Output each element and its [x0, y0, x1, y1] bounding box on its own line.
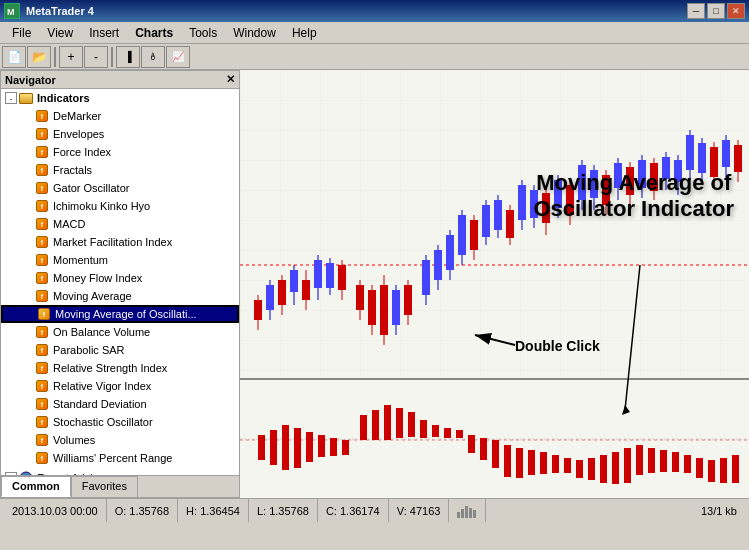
menu-file[interactable]: File — [4, 24, 39, 42]
chart-area[interactable]: Moving Average ofOscillator Indicator Do… — [240, 70, 749, 498]
svg-rect-98 — [372, 410, 379, 440]
svg-rect-113 — [552, 455, 559, 473]
indicator-icon: f — [35, 397, 49, 411]
svg-rect-44 — [482, 205, 490, 237]
item-label: On Balance Volume — [53, 326, 150, 338]
svg-rect-121 — [648, 448, 655, 473]
navigator-body[interactable]: - Indicators f DeMarker f Envelopes f Fo… — [1, 89, 239, 475]
list-item[interactable]: f Money Flow Index — [1, 269, 239, 287]
list-item[interactable]: f Williams' Percent Range — [1, 449, 239, 467]
list-item[interactable]: f Moving Average — [1, 287, 239, 305]
indicator-icon: f — [35, 109, 49, 123]
list-item[interactable]: f Relative Strength Index — [1, 359, 239, 377]
svg-rect-66 — [614, 163, 622, 188]
navigator-header: Navigator ✕ — [1, 71, 239, 89]
item-label: MACD — [53, 218, 85, 230]
window-controls[interactable]: ─ □ ✕ — [687, 3, 745, 19]
list-item[interactable]: f On Balance Volume — [1, 323, 239, 341]
close-button[interactable]: ✕ — [727, 3, 745, 19]
status-bar: 2013.10.03 00:00 O: 1.35768 H: 1.36454 L… — [0, 498, 749, 522]
status-datetime: 2013.10.03 00:00 — [4, 499, 107, 522]
svg-rect-16 — [302, 280, 310, 300]
svg-rect-110 — [516, 448, 523, 478]
price-chart-svg — [240, 70, 749, 378]
svg-rect-138 — [473, 510, 476, 518]
svg-rect-126 — [708, 460, 715, 482]
menu-view[interactable]: View — [39, 24, 81, 42]
list-item[interactable]: f Momentum — [1, 251, 239, 269]
item-label: Moving Average — [53, 290, 132, 302]
item-label: Parabolic SAR — [53, 344, 125, 356]
item-label: Standard Deviation — [53, 398, 147, 410]
app-icon: M — [4, 3, 20, 19]
svg-rect-60 — [578, 165, 586, 200]
item-label: Relative Strength Index — [53, 362, 167, 374]
moving-average-oscillator-item[interactable]: f Moving Average of Oscillati... — [1, 305, 239, 323]
item-label: Market Facilitation Index — [53, 236, 172, 248]
list-item[interactable]: f Envelopes — [1, 125, 239, 143]
svg-rect-114 — [564, 458, 571, 473]
status-volume: V: 47163 — [389, 499, 450, 522]
toolbar-open[interactable]: 📂 — [27, 46, 51, 68]
menu-tools[interactable]: Tools — [181, 24, 225, 42]
navigator-title: Navigator — [5, 74, 56, 86]
svg-rect-109 — [504, 445, 511, 477]
menu-window[interactable]: Window — [225, 24, 284, 42]
svg-rect-135 — [461, 509, 464, 518]
navigator-panel: Navigator ✕ - Indicators f DeMarker f En… — [0, 70, 240, 498]
oscillator-panel — [240, 378, 749, 498]
svg-rect-40 — [458, 215, 466, 255]
svg-rect-52 — [530, 190, 538, 218]
svg-rect-68 — [626, 167, 634, 195]
status-high: H: 1.36454 — [178, 499, 249, 522]
tab-favorites[interactable]: Favorites — [71, 476, 138, 497]
navigator-tabs: Common Favorites — [1, 475, 239, 497]
list-item[interactable]: f Parabolic SAR — [1, 341, 239, 359]
toolbar-line-chart[interactable]: 📈 — [166, 46, 190, 68]
menu-help[interactable]: Help — [284, 24, 325, 42]
list-item[interactable]: f Stochastic Oscillator — [1, 413, 239, 431]
svg-rect-96 — [342, 440, 349, 455]
svg-rect-95 — [330, 438, 337, 456]
status-chart-info: 13/1 kb — [693, 499, 745, 522]
toolbar-bar-chart[interactable]: ▐ — [116, 46, 140, 68]
title-bar: M MetaTrader 4 ─ □ ✕ — [0, 0, 749, 22]
list-item[interactable]: f Fractals — [1, 161, 239, 179]
svg-rect-74 — [662, 157, 670, 179]
minimize-button[interactable]: ─ — [687, 3, 705, 19]
menu-charts[interactable]: Charts — [127, 24, 181, 42]
window-title: MetaTrader 4 — [26, 5, 94, 17]
menu-insert[interactable]: Insert — [81, 24, 127, 42]
svg-rect-84 — [722, 140, 730, 167]
svg-rect-48 — [506, 210, 514, 238]
list-item[interactable]: f Force Index — [1, 143, 239, 161]
indicator-icon: f — [35, 433, 49, 447]
svg-rect-28 — [380, 285, 388, 335]
svg-rect-103 — [432, 425, 439, 437]
svg-rect-101 — [408, 412, 415, 437]
svg-rect-26 — [368, 290, 376, 325]
navigator-close-button[interactable]: ✕ — [226, 73, 235, 86]
svg-rect-72 — [650, 163, 658, 191]
list-item[interactable]: f Ichimoku Kinko Hyo — [1, 197, 239, 215]
toolbar-candle-chart[interactable]: 🕯 — [141, 46, 165, 68]
list-item[interactable]: f Relative Vigor Index — [1, 377, 239, 395]
list-item[interactable]: f Market Facilitation Index — [1, 233, 239, 251]
indicators-expand[interactable]: - — [5, 92, 17, 104]
svg-rect-104 — [444, 428, 451, 438]
toolbar-new[interactable]: 📄 — [2, 46, 26, 68]
list-item[interactable]: f Standard Deviation — [1, 395, 239, 413]
indicator-icon: f — [35, 217, 49, 231]
tab-common[interactable]: Common — [1, 476, 71, 497]
item-label: Fractals — [53, 164, 92, 176]
list-item[interactable]: f Volumes — [1, 431, 239, 449]
list-item[interactable]: f MACD — [1, 215, 239, 233]
list-item[interactable]: f DeMarker — [1, 107, 239, 125]
main-layout: Navigator ✕ - Indicators f DeMarker f En… — [0, 70, 749, 498]
toolbar-zoom-out[interactable]: - — [84, 46, 108, 68]
toolbar-zoom-in[interactable]: + — [59, 46, 83, 68]
svg-rect-136 — [465, 506, 468, 518]
indicators-section[interactable]: - Indicators — [1, 89, 239, 107]
list-item[interactable]: f Gator Oscillator — [1, 179, 239, 197]
maximize-button[interactable]: □ — [707, 3, 725, 19]
